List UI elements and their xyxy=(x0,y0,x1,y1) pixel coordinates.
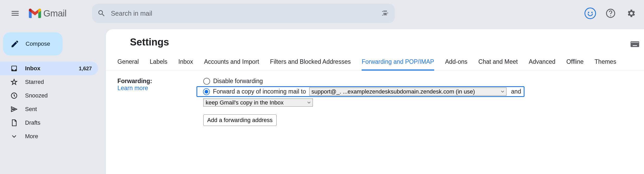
help-button[interactable] xyxy=(604,7,617,20)
hamburger-icon xyxy=(10,9,20,18)
svg-rect-8 xyxy=(637,42,637,43)
tab-themes[interactable]: Themes xyxy=(595,55,616,71)
clock-icon xyxy=(10,92,18,99)
nav-label: Sent xyxy=(25,106,37,113)
gmail-copy-select[interactable]: keep Gmail's copy in the Inbox xyxy=(203,98,313,107)
disable-forwarding-label: Disable forwarding xyxy=(213,78,263,85)
nav-label: Snoozed xyxy=(25,92,48,99)
header: Gmail xyxy=(0,0,644,27)
search-input[interactable] xyxy=(111,10,375,17)
disable-forwarding-row[interactable]: Disable forwarding xyxy=(203,78,633,85)
tab-filters[interactable]: Filters and Blocked Addresses xyxy=(270,55,351,71)
svg-rect-5 xyxy=(634,42,634,43)
page-title: Settings xyxy=(106,29,644,52)
sidebar-item-inbox[interactable]: Inbox 1,627 xyxy=(0,62,98,75)
radio-forward[interactable] xyxy=(203,88,210,95)
star-icon xyxy=(10,78,18,86)
sidebar: Compose Inbox 1,627 Starred Snoozed Sent… xyxy=(0,32,104,143)
gmail-wordmark: Gmail xyxy=(43,8,67,19)
tab-offline[interactable]: Offline xyxy=(566,55,583,71)
nav-label: Drafts xyxy=(25,119,40,126)
svg-rect-4 xyxy=(632,42,633,43)
svg-rect-6 xyxy=(635,42,635,43)
forwarding-section-label: Forwarding: xyxy=(117,78,152,85)
happy-face-icon xyxy=(585,8,596,19)
header-icons xyxy=(584,7,637,20)
search-bar[interactable] xyxy=(92,4,395,23)
svg-rect-10 xyxy=(633,45,637,46)
help-icon xyxy=(606,8,616,18)
gmail-logo-icon xyxy=(29,9,41,18)
inbox-count: 1,627 xyxy=(79,66,92,72)
forwarding-options: Disable forwarding Forward a copy of inc… xyxy=(203,78,633,126)
search-icon xyxy=(97,9,106,18)
compose-label: Compose xyxy=(26,40,50,47)
tab-general[interactable]: General xyxy=(117,55,139,71)
search-options-icon[interactable] xyxy=(381,9,390,18)
main-menu-button[interactable] xyxy=(6,4,25,23)
gmail-logo[interactable]: Gmail xyxy=(29,8,67,19)
and-text: and xyxy=(511,88,521,95)
main-panel: Settings General Labels Inbox Accounts a… xyxy=(106,29,644,174)
sidebar-item-drafts[interactable]: Drafts xyxy=(0,116,98,130)
forward-copy-row[interactable]: Forward a copy of incoming mail to suppo… xyxy=(196,86,524,97)
compose-button[interactable]: Compose xyxy=(3,32,63,55)
file-icon xyxy=(10,119,18,126)
settings-tabs: General Labels Inbox Accounts and Import… xyxy=(106,52,644,71)
gear-icon xyxy=(626,8,636,18)
nav-list: Inbox 1,627 Starred Snoozed Sent Drafts … xyxy=(0,62,104,143)
forward-copy-label: Forward a copy of incoming mail to xyxy=(213,88,306,95)
sidebar-item-starred[interactable]: Starred xyxy=(0,75,98,89)
tab-addons[interactable]: Add-ons xyxy=(445,55,468,71)
tab-forwarding[interactable]: Forwarding and POP/IMAP xyxy=(362,55,434,71)
sent-icon xyxy=(10,106,18,113)
inbox-icon xyxy=(10,65,18,72)
nav-label: More xyxy=(25,133,38,140)
tab-labels[interactable]: Labels xyxy=(150,55,168,71)
keyboard-button[interactable] xyxy=(630,41,639,48)
nav-label: Inbox xyxy=(25,65,40,72)
keyboard-icon xyxy=(630,41,639,47)
nav-label: Starred xyxy=(25,79,44,85)
forward-address-select[interactable]: support@_. ...examplezendesksubdomain.ze… xyxy=(309,88,506,96)
settings-button[interactable] xyxy=(625,7,637,20)
tab-advanced[interactable]: Advanced xyxy=(529,55,555,71)
pencil-icon xyxy=(10,39,19,48)
sidebar-item-snoozed[interactable]: Snoozed xyxy=(0,89,98,102)
sidebar-item-more[interactable]: More xyxy=(0,130,98,143)
tab-chat[interactable]: Chat and Meet xyxy=(478,55,518,71)
svg-rect-3 xyxy=(631,42,632,43)
svg-rect-9 xyxy=(638,42,639,43)
chevron-down-icon xyxy=(10,133,18,140)
tab-inbox[interactable]: Inbox xyxy=(178,55,193,71)
svg-rect-7 xyxy=(636,42,636,43)
add-forwarding-address-button[interactable]: Add a forwarding address xyxy=(203,114,277,126)
learn-more-link[interactable]: Learn more xyxy=(117,85,152,92)
sidebar-item-sent[interactable]: Sent xyxy=(0,102,98,116)
settings-body: Forwarding: Learn more Disable forwardin… xyxy=(106,71,644,133)
tab-accounts[interactable]: Accounts and Import xyxy=(204,55,259,71)
radio-disable[interactable] xyxy=(203,78,210,85)
support-status-button[interactable] xyxy=(584,7,597,20)
